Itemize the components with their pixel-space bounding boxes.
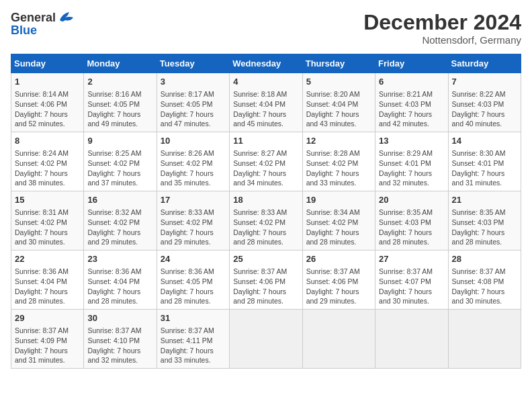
day-info: Sunrise: 8:33 AMSunset: 4:02 PMDaylight:… <box>161 208 226 247</box>
day-info: Sunrise: 8:25 AMSunset: 4:02 PMDaylight:… <box>87 148 152 188</box>
day-number: 14 <box>452 135 517 147</box>
column-header-tuesday: Tuesday <box>157 54 229 73</box>
day-number: 21 <box>452 194 517 206</box>
day-info: Sunrise: 8:27 AMSunset: 4:02 PMDaylight:… <box>233 148 298 188</box>
column-header-wednesday: Wednesday <box>230 54 302 73</box>
day-number: 4 <box>233 76 298 88</box>
calendar-cell: 17Sunrise: 8:33 AMSunset: 4:02 PMDayligh… <box>157 191 229 250</box>
calendar-cell: 25Sunrise: 8:37 AMSunset: 4:06 PMDayligh… <box>230 250 302 310</box>
calendar-cell <box>302 309 375 368</box>
day-number: 13 <box>379 135 444 147</box>
day-number: 29 <box>15 312 80 324</box>
calendar-cell: 7Sunrise: 8:22 AMSunset: 4:03 PMDaylight… <box>448 73 521 132</box>
calendar-week-row: 15Sunrise: 8:31 AMSunset: 4:02 PMDayligh… <box>11 191 521 250</box>
day-number: 15 <box>15 194 80 206</box>
day-number: 11 <box>233 135 298 147</box>
column-header-thursday: Thursday <box>302 54 375 73</box>
day-number: 1 <box>15 76 80 88</box>
calendar-cell: 23Sunrise: 8:36 AMSunset: 4:04 PMDayligh… <box>84 250 157 310</box>
column-header-monday: Monday <box>84 54 157 73</box>
day-info: Sunrise: 8:36 AMSunset: 4:05 PMDaylight:… <box>161 267 226 306</box>
day-info: Sunrise: 8:26 AMSunset: 4:02 PMDaylight:… <box>161 148 226 188</box>
calendar-cell: 20Sunrise: 8:35 AMSunset: 4:03 PMDayligh… <box>375 191 448 250</box>
day-info: Sunrise: 8:31 AMSunset: 4:02 PMDaylight:… <box>15 208 80 247</box>
calendar-week-row: 8Sunrise: 8:24 AMSunset: 4:02 PMDaylight… <box>11 132 521 191</box>
day-number: 26 <box>306 253 371 265</box>
calendar-cell: 10Sunrise: 8:26 AMSunset: 4:02 PMDayligh… <box>157 132 229 191</box>
day-info: Sunrise: 8:20 AMSunset: 4:04 PMDaylight:… <box>306 89 371 129</box>
calendar-week-row: 1Sunrise: 8:14 AMSunset: 4:06 PMDaylight… <box>11 73 521 132</box>
day-number: 3 <box>161 76 226 88</box>
day-number: 8 <box>15 135 80 147</box>
calendar-cell: 2Sunrise: 8:16 AMSunset: 4:05 PMDaylight… <box>84 73 157 132</box>
calendar-cell: 8Sunrise: 8:24 AMSunset: 4:02 PMDaylight… <box>11 132 84 191</box>
day-number: 31 <box>161 312 226 324</box>
logo: General Blue <box>11 11 75 36</box>
day-info: Sunrise: 8:32 AMSunset: 4:02 PMDaylight:… <box>87 208 152 247</box>
day-info: Sunrise: 8:34 AMSunset: 4:02 PMDaylight:… <box>306 208 371 247</box>
day-number: 25 <box>233 253 298 265</box>
location-title: Nottensdorf, Germany <box>363 34 521 46</box>
day-info: Sunrise: 8:37 AMSunset: 4:07 PMDaylight:… <box>379 267 444 306</box>
calendar-table: SundayMondayTuesdayWednesdayThursdayFrid… <box>11 54 521 369</box>
day-number: 10 <box>161 135 226 147</box>
calendar-cell: 30Sunrise: 8:37 AMSunset: 4:10 PMDayligh… <box>84 309 157 368</box>
page-header: General Blue December 2024 Nottensdorf, … <box>11 11 521 46</box>
day-number: 6 <box>379 76 444 88</box>
day-info: Sunrise: 8:18 AMSunset: 4:04 PMDaylight:… <box>233 89 298 129</box>
calendar-cell: 1Sunrise: 8:14 AMSunset: 4:06 PMDaylight… <box>11 73 84 132</box>
column-header-saturday: Saturday <box>448 54 521 73</box>
column-header-friday: Friday <box>375 54 448 73</box>
day-number: 24 <box>161 253 226 265</box>
logo-general: General <box>11 11 56 24</box>
calendar-cell: 5Sunrise: 8:20 AMSunset: 4:04 PMDaylight… <box>302 73 375 132</box>
day-number: 22 <box>15 253 80 265</box>
calendar-cell: 19Sunrise: 8:34 AMSunset: 4:02 PMDayligh… <box>302 191 375 250</box>
calendar-cell <box>375 309 448 368</box>
month-title: December 2024 <box>363 11 521 34</box>
day-number: 27 <box>379 253 444 265</box>
day-info: Sunrise: 8:28 AMSunset: 4:02 PMDaylight:… <box>306 148 371 188</box>
day-info: Sunrise: 8:14 AMSunset: 4:06 PMDaylight:… <box>15 89 80 129</box>
calendar-header-row: SundayMondayTuesdayWednesdayThursdayFrid… <box>11 54 521 73</box>
day-info: Sunrise: 8:37 AMSunset: 4:06 PMDaylight:… <box>233 267 298 306</box>
calendar-cell: 11Sunrise: 8:27 AMSunset: 4:02 PMDayligh… <box>230 132 302 191</box>
calendar-week-row: 29Sunrise: 8:37 AMSunset: 4:09 PMDayligh… <box>11 309 521 368</box>
calendar-cell <box>230 309 302 368</box>
day-info: Sunrise: 8:33 AMSunset: 4:02 PMDaylight:… <box>233 208 298 247</box>
day-info: Sunrise: 8:30 AMSunset: 4:01 PMDaylight:… <box>452 148 517 188</box>
day-info: Sunrise: 8:22 AMSunset: 4:03 PMDaylight:… <box>452 89 517 129</box>
day-number: 17 <box>161 194 226 206</box>
calendar-cell: 6Sunrise: 8:21 AMSunset: 4:03 PMDaylight… <box>375 73 448 132</box>
calendar-cell: 13Sunrise: 8:29 AMSunset: 4:01 PMDayligh… <box>375 132 448 191</box>
day-info: Sunrise: 8:37 AMSunset: 4:11 PMDaylight:… <box>161 326 226 365</box>
calendar-cell: 16Sunrise: 8:32 AMSunset: 4:02 PMDayligh… <box>84 191 157 250</box>
calendar-cell: 28Sunrise: 8:37 AMSunset: 4:08 PMDayligh… <box>448 250 521 310</box>
calendar-cell: 18Sunrise: 8:33 AMSunset: 4:02 PMDayligh… <box>230 191 302 250</box>
day-number: 7 <box>452 76 517 88</box>
day-info: Sunrise: 8:16 AMSunset: 4:05 PMDaylight:… <box>87 89 152 129</box>
calendar-cell: 26Sunrise: 8:37 AMSunset: 4:06 PMDayligh… <box>302 250 375 310</box>
day-number: 19 <box>306 194 371 206</box>
day-info: Sunrise: 8:24 AMSunset: 4:02 PMDaylight:… <box>15 148 80 188</box>
calendar-cell: 21Sunrise: 8:35 AMSunset: 4:03 PMDayligh… <box>448 191 521 250</box>
calendar-cell: 27Sunrise: 8:37 AMSunset: 4:07 PMDayligh… <box>375 250 448 310</box>
day-info: Sunrise: 8:36 AMSunset: 4:04 PMDaylight:… <box>15 267 80 306</box>
day-info: Sunrise: 8:35 AMSunset: 4:03 PMDaylight:… <box>379 208 444 247</box>
day-info: Sunrise: 8:37 AMSunset: 4:08 PMDaylight:… <box>452 267 517 306</box>
calendar-cell: 3Sunrise: 8:17 AMSunset: 4:05 PMDaylight… <box>157 73 229 132</box>
day-info: Sunrise: 8:37 AMSunset: 4:09 PMDaylight:… <box>15 326 80 365</box>
day-number: 12 <box>306 135 371 147</box>
day-info: Sunrise: 8:17 AMSunset: 4:05 PMDaylight:… <box>161 89 226 129</box>
day-number: 5 <box>306 76 371 88</box>
calendar-cell: 14Sunrise: 8:30 AMSunset: 4:01 PMDayligh… <box>448 132 521 191</box>
calendar-cell: 9Sunrise: 8:25 AMSunset: 4:02 PMDaylight… <box>84 132 157 191</box>
logo-blue: Blue <box>11 24 37 36</box>
day-number: 16 <box>87 194 152 206</box>
logo-bird-icon <box>56 11 75 24</box>
calendar-cell: 22Sunrise: 8:36 AMSunset: 4:04 PMDayligh… <box>11 250 84 310</box>
calendar-cell: 31Sunrise: 8:37 AMSunset: 4:11 PMDayligh… <box>157 309 229 368</box>
calendar-cell: 15Sunrise: 8:31 AMSunset: 4:02 PMDayligh… <box>11 191 84 250</box>
day-number: 20 <box>379 194 444 206</box>
calendar-cell <box>448 309 521 368</box>
